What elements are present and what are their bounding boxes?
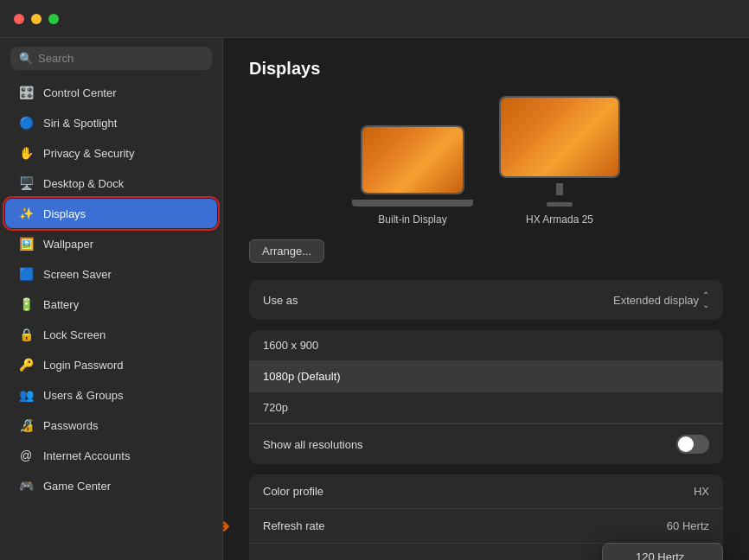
sidebar-item-battery[interactable]: 🔋Battery — [5, 290, 217, 319]
sidebar-icon-displays: ✨ — [17, 205, 35, 222]
sidebar-item-internet-accounts[interactable]: @Internet Accounts — [5, 441, 217, 470]
resolution-section: 1600 x 900 1080p (Default) 720p Show all… — [249, 330, 723, 464]
search-input[interactable] — [38, 52, 203, 65]
sidebar-label-desktop-dock: Desktop & Dock — [43, 177, 124, 190]
sidebar-label-lock-screen: Lock Screen — [43, 328, 106, 341]
sidebar-items-container: 🎛️Control Center🔵Siri & Spotlight✋Privac… — [0, 77, 222, 501]
monitor-foot — [547, 202, 573, 207]
monitor-stand — [556, 183, 563, 195]
content-area: Displays Built-in Display HX Armada 25 — [223, 38, 749, 560]
sidebar: 🔍 🎛️Control Center🔵Siri & Spotlight✋Priv… — [0, 38, 223, 560]
sidebar-icon-game-center: 🎮 — [17, 477, 35, 494]
use-as-section: Use as Extended display ⌃⌄ — [249, 280, 723, 320]
color-section: Color profile HX ➜ Refresh rate 60 Hertz… — [249, 474, 723, 560]
color-profile-value[interactable]: HX — [694, 485, 709, 498]
sidebar-icon-battery: 🔋 — [17, 296, 35, 313]
monitor-screen — [501, 98, 618, 176]
refresh-rate-label: Refresh rate — [263, 519, 325, 532]
sidebar-item-login-password[interactable]: 🔑Login Password — [5, 350, 217, 379]
sidebar-icon-internet-accounts: @ — [17, 447, 35, 464]
arrange-button[interactable]: Arrange... — [249, 239, 324, 263]
use-as-label: Use as — [263, 294, 298, 307]
close-button[interactable] — [14, 14, 24, 24]
use-as-chevron-icon: ⌃⌄ — [702, 290, 709, 309]
sidebar-item-control-center[interactable]: 🎛️Control Center — [5, 78, 217, 107]
sidebar-icon-privacy-security: ✋ — [17, 144, 35, 162]
sidebar-item-displays[interactable]: ✨Displays — [5, 199, 217, 228]
sidebar-label-login-password: Login Password — [43, 359, 124, 372]
sidebar-label-control-center: Control Center — [43, 86, 117, 99]
built-in-display-thumb: Built-in Display — [352, 125, 473, 226]
sidebar-label-siri-spotlight: Siri & Spotlight — [43, 117, 117, 130]
check-120 — [617, 551, 629, 561]
sidebar-item-users-groups[interactable]: 👥Users & Groups — [5, 380, 217, 410]
use-as-row: Use as Extended display ⌃⌄ — [249, 280, 723, 320]
refresh-rate-text: 60 Hertz — [667, 519, 709, 532]
sidebar-icon-login-password: 🔑 — [17, 356, 35, 373]
minimize-button[interactable] — [31, 14, 42, 24]
arrow-indicator: ➜ — [223, 515, 230, 538]
sidebar-icon-passwords: 🔏 — [17, 417, 35, 434]
sidebar-icon-lock-screen: 🔒 — [17, 326, 35, 343]
built-in-label: Built-in Display — [378, 213, 446, 226]
sidebar-icon-desktop-dock: 🖥️ — [17, 175, 35, 192]
sidebar-label-wallpaper: Wallpaper — [43, 238, 93, 251]
color-profile-row: Color profile HX — [249, 474, 723, 509]
sidebar-item-siri-spotlight[interactable]: 🔵Siri & Spotlight — [5, 108, 217, 137]
use-as-value[interactable]: Extended display ⌃⌄ — [613, 290, 709, 309]
hx-armada-label: HX Armada 25 — [526, 213, 593, 226]
sidebar-label-battery: Battery — [43, 298, 79, 311]
color-profile-label: Color profile — [263, 485, 323, 498]
sidebar-icon-wallpaper: 🖼️ — [17, 235, 35, 252]
refresh-rate-row: ➜ Refresh rate 60 Hertz 120 Hertz 100 He… — [249, 509, 723, 544]
sidebar-item-desktop-dock[interactable]: 🖥️Desktop & Dock — [5, 169, 217, 198]
sidebar-icon-users-groups: 👥 — [17, 386, 35, 404]
sidebar-label-screen-saver: Screen Saver — [43, 268, 112, 281]
sidebar-icon-control-center: 🎛️ — [17, 84, 35, 101]
sidebar-icon-screen-saver: 🟦 — [17, 265, 35, 283]
sidebar-item-lock-screen[interactable]: 🔒Lock Screen — [5, 320, 217, 349]
display-thumbnails: Built-in Display HX Armada 25 — [249, 96, 723, 226]
sidebar-item-passwords[interactable]: 🔏Passwords — [5, 410, 217, 440]
hx-armada-display-thumb: HX Armada 25 — [499, 96, 620, 226]
sidebar-label-displays: Displays — [43, 207, 86, 220]
sidebar-icon-siri-spotlight: 🔵 — [17, 114, 35, 131]
sidebar-item-game-center[interactable]: 🎮Game Center — [5, 471, 217, 500]
sidebar-label-users-groups: Users & Groups — [43, 389, 123, 402]
page-title: Displays — [249, 59, 723, 79]
refresh-rate-value[interactable]: 60 Hertz — [667, 519, 709, 532]
sidebar-item-wallpaper[interactable]: 🖼️Wallpaper — [5, 229, 217, 258]
resolution-1080p[interactable]: 1080p (Default) — [249, 361, 723, 392]
laptop-thumb — [361, 125, 464, 194]
sidebar-item-screen-saver[interactable]: 🟦Screen Saver — [5, 259, 217, 289]
sidebar-label-passwords: Passwords — [43, 419, 99, 432]
search-icon: 🔍 — [19, 52, 33, 65]
sidebar-item-privacy-security[interactable]: ✋Privacy & Security — [5, 138, 217, 168]
resolution-1600[interactable]: 1600 x 900 — [249, 330, 723, 361]
refresh-120hz[interactable]: 120 Hertz — [603, 544, 722, 560]
main-container: 🔍 🎛️Control Center🔵Siri & Spotlight✋Priv… — [0, 38, 749, 560]
rotation-label: Rotation — [263, 557, 304, 561]
sidebar-label-privacy-security: Privacy & Security — [43, 147, 134, 160]
toggle-knob — [678, 436, 694, 452]
sidebar-label-internet-accounts: Internet Accounts — [43, 449, 130, 462]
refresh-rate-dropdown: 120 Hertz 100 Hertz ✓ 60 Hertz — [602, 543, 723, 560]
refresh-120-label: 120 Hertz — [636, 550, 684, 560]
show-all-label: Show all resolutions — [263, 438, 363, 451]
use-as-text: Extended display — [613, 294, 699, 307]
laptop-base — [352, 200, 473, 207]
color-profile-text: HX — [694, 485, 709, 498]
show-all-resolutions-row: Show all resolutions — [249, 423, 723, 464]
title-bar — [0, 0, 749, 38]
laptop-screen — [362, 127, 463, 193]
monitor-thumb — [499, 96, 620, 178]
show-all-toggle[interactable] — [676, 435, 709, 454]
search-bar[interactable]: 🔍 — [10, 47, 212, 70]
sidebar-label-game-center: Game Center — [43, 480, 111, 493]
maximize-button[interactable] — [48, 14, 59, 24]
resolution-720p[interactable]: 720p — [249, 392, 723, 423]
